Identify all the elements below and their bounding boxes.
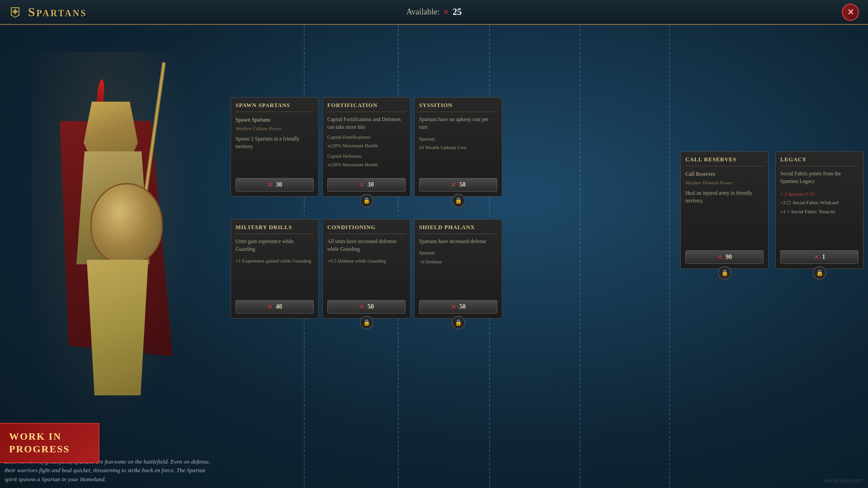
card-spawn-spartans-title: Spawn Spartans bbox=[236, 102, 314, 112]
cost-value: 30 bbox=[276, 181, 282, 188]
card-call-reserves-content: Call Reserves Warfare Domain Power Heal … bbox=[685, 170, 764, 246]
lock-icon: 🔒 bbox=[718, 266, 731, 280]
card-legacy-content: Social Fabric points from the Spartans L… bbox=[780, 170, 859, 246]
card-conditioning[interactable]: Conditioning All units have increased de… bbox=[322, 219, 410, 319]
top-row-cards: Spawn Spartans Spawn Spartans Warfare Cu… bbox=[231, 97, 502, 197]
lock-icon: 🔒 bbox=[813, 266, 826, 280]
card-military-drills[interactable]: Military Drills Units gain experience wh… bbox=[231, 219, 319, 319]
fortification-desc: Capital Fortifications and Defenses can … bbox=[327, 116, 406, 131]
card-shield-phalanx[interactable]: Shield Phalanx Spartans have increased d… bbox=[414, 219, 502, 319]
card-spawn-spartans-cost-button[interactable]: ✕ 30 bbox=[236, 178, 314, 192]
card-fortification-cost-button[interactable]: ✕ 30 bbox=[327, 178, 406, 192]
legacy-stat-1: × 3 Spartan (1/3) bbox=[780, 190, 859, 198]
card-spawn-spartans-content: Spawn Spartans Warfare Culture Power Spa… bbox=[236, 116, 314, 174]
card-conditioning-title: Conditioning bbox=[327, 224, 406, 234]
call-reserves-name: Call Reserves bbox=[685, 170, 764, 178]
swords-icon: ✕ bbox=[359, 181, 365, 189]
legacy-stat-2: +2 ⬡ Social Fabric Wildcard bbox=[780, 199, 859, 206]
cost-value: 30 bbox=[368, 181, 374, 188]
fort-stat-1: Capital Fortifications: bbox=[327, 133, 406, 141]
legacy-stats: × 3 Spartan (1/3) +2 ⬡ Social Fabric Wil… bbox=[780, 190, 859, 216]
lock-icon: 🔒 bbox=[452, 194, 465, 207]
page-title: Spartans bbox=[28, 5, 87, 19]
swords-icon: ✕ bbox=[267, 303, 273, 311]
card-military-drills-cost-button[interactable]: ✕ 40 bbox=[236, 300, 314, 314]
card-syssition-cost-button[interactable]: ✕ 50 bbox=[419, 178, 497, 192]
card-legacy[interactable]: Legacy Social Fabric points from the Spa… bbox=[775, 151, 863, 269]
lock-icon: 🔒 bbox=[360, 316, 373, 329]
syssition-stat-2: x0 Wealth Upkeep Cost bbox=[419, 144, 497, 151]
cost-value: 1 bbox=[822, 253, 826, 261]
swords-icon: ✕ bbox=[451, 181, 457, 189]
fort-stat-2: x120% Maximum Health bbox=[327, 142, 406, 150]
card-legacy-cost-button[interactable]: ✕ 1 bbox=[780, 250, 859, 264]
syssition-stat-1: Spartan: bbox=[419, 135, 497, 143]
watermark-text: WWW.ZQGD.NET bbox=[824, 478, 863, 483]
wip-badge: Work InProgress bbox=[0, 423, 99, 463]
military-drills-desc: Units gain experience while Guarding bbox=[236, 238, 314, 253]
sword-icon: ✕ bbox=[443, 8, 449, 16]
right-col-area: Call Reserves Call Reserves Warfare Doma… bbox=[680, 151, 769, 269]
card-syssition-title: Syssition bbox=[419, 102, 497, 112]
conditioning-desc: All units have increased defenses while … bbox=[327, 238, 406, 253]
shield-phalanx-desc: Spartans have increased defense bbox=[419, 238, 497, 245]
available-label: Available: bbox=[406, 7, 440, 17]
card-spawn-spartans-name: Spawn Spartans bbox=[236, 116, 314, 124]
swords-icon: ✕ bbox=[267, 181, 273, 189]
fort-stat-4: x120% Maximum Health bbox=[327, 161, 406, 169]
wip-text: Work InProgress bbox=[9, 430, 90, 456]
card-legacy-title: Legacy bbox=[780, 156, 859, 166]
card-conditioning-cost-button[interactable]: ✕ 50 bbox=[327, 300, 406, 314]
card-spawn-spartans[interactable]: Spawn Spartans Spawn Spartans Warfare Cu… bbox=[231, 97, 319, 197]
card-fortification-content: Capital Fortifications and Defenses can … bbox=[327, 116, 406, 174]
card-military-drills-title: Military Drills bbox=[236, 224, 314, 234]
cost-value: 50 bbox=[368, 303, 374, 310]
swords-icon: ✕ bbox=[451, 303, 457, 311]
card-call-reserves[interactable]: Call Reserves Call Reserves Warfare Doma… bbox=[680, 151, 769, 269]
card-syssition-content: Spartans have no upkeep cost per turn Sp… bbox=[419, 116, 497, 174]
shield-phalanx-stat-2: +6 Defense bbox=[419, 258, 497, 266]
title-area: ⛨ Spartans bbox=[9, 5, 87, 20]
swords-icon: ✕ bbox=[814, 253, 820, 261]
syssition-desc: Spartans have no upkeep cost per turn bbox=[419, 116, 497, 131]
card-fortification-title: Fortification bbox=[327, 102, 406, 112]
swords-icon: ✕ bbox=[359, 303, 365, 311]
legacy-desc: Social Fabric points from the Spartans L… bbox=[780, 170, 859, 186]
card-military-drills-content: Units gain experience while Guarding +1 … bbox=[236, 238, 314, 296]
card-fortification[interactable]: Fortification Capital Fortifications and… bbox=[322, 97, 410, 197]
military-drills-stat: +1 Experience gained while Guarding bbox=[236, 257, 314, 265]
lock-icon: 🔒 bbox=[360, 194, 373, 207]
available-display: Available: ✕ 25 bbox=[406, 7, 462, 17]
lock-icon: 🔒 bbox=[452, 316, 465, 329]
close-button[interactable]: ✕ bbox=[842, 4, 859, 21]
card-call-reserves-cost-button[interactable]: ✕ 90 bbox=[685, 250, 764, 264]
available-count: 25 bbox=[453, 7, 462, 17]
card-spawn-spartans-subtitle: Warfare Culture Power bbox=[236, 125, 314, 132]
bottom-row-cards: Military Drills Units gain experience wh… bbox=[231, 219, 502, 319]
character-art bbox=[9, 25, 222, 463]
spartan-shield bbox=[90, 183, 163, 264]
watermark: WWW.ZQGD.NET bbox=[824, 478, 863, 483]
legacy-stat-3: +1 × Social Fabric Tenacity bbox=[780, 208, 859, 216]
cost-value: 90 bbox=[726, 253, 732, 261]
card-syssition[interactable]: Syssition Spartans have no upkeep cost p… bbox=[414, 97, 502, 197]
card-call-reserves-title: Call Reserves bbox=[685, 156, 764, 166]
swords-icon: ✕ bbox=[717, 253, 723, 261]
cost-value: 50 bbox=[459, 303, 466, 310]
card-spawn-spartans-desc: Spawn 2 Spartans in a friendly territory… bbox=[236, 135, 314, 151]
cost-value: 40 bbox=[276, 303, 282, 310]
conditioning-stat: +0.5 Defense while Guarding bbox=[327, 257, 406, 265]
call-reserves-desc: Heal an injured army in friendly territo… bbox=[685, 189, 764, 205]
shield-phalanx-stat-1: Spartan: bbox=[419, 249, 497, 257]
legacy-col-area: Legacy Social Fabric points from the Spa… bbox=[775, 151, 863, 269]
skill-tree: Spawn Spartans Spawn Spartans Warfare Cu… bbox=[222, 25, 868, 488]
card-shield-phalanx-content: Spartans have increased defense Spartan:… bbox=[419, 238, 497, 296]
header: ⛨ Spartans Available: ✕ 25 ✕ bbox=[0, 0, 868, 25]
card-conditioning-content: All units have increased defenses while … bbox=[327, 238, 406, 296]
fort-stat-3: Capital Defenses: bbox=[327, 152, 406, 160]
close-icon: ✕ bbox=[847, 7, 854, 17]
card-shield-phalanx-cost-button[interactable]: ✕ 50 bbox=[419, 300, 497, 314]
cost-value: 50 bbox=[459, 181, 466, 188]
helmet-icon: ⛨ bbox=[9, 5, 23, 20]
call-reserves-subtitle: Warfare Domain Power bbox=[685, 179, 764, 187]
